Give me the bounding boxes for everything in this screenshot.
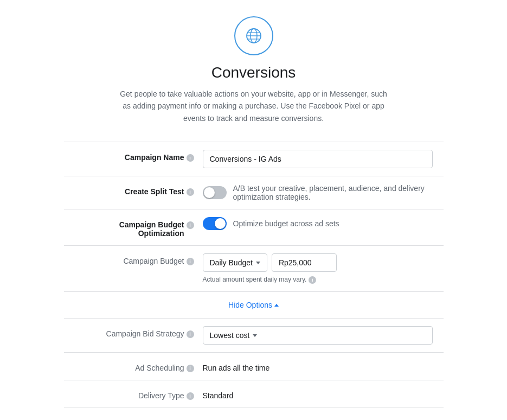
hide-options-label: Hide Options <box>228 301 272 309</box>
campaign-name-label-col: Campaign Name i <box>75 150 194 162</box>
split-test-label: Create Split Test <box>125 187 184 196</box>
form-container: Campaign Name i Create Split Test i <box>64 142 444 408</box>
budget-note: Actual amount spent daily may vary. i <box>203 275 433 284</box>
budget-optimization-toggle-thumb <box>215 218 226 229</box>
delivery-type-value: Standard <box>203 388 433 400</box>
budget-controls: Daily Budget <box>203 253 433 272</box>
delivery-type-label: Delivery Type <box>138 391 184 400</box>
hide-options-chevron-icon <box>274 304 279 307</box>
budget-amount-input[interactable] <box>272 253 337 272</box>
campaign-budget-label-col: Campaign Budget i <box>75 253 194 265</box>
daily-budget-chevron-icon <box>256 262 260 264</box>
hide-options-row: Hide Options <box>64 292 444 319</box>
bid-strategy-row: Campaign Bid Strategy i Lowest cost <box>64 319 444 353</box>
split-test-label-col: Create Split Test i <box>75 184 194 196</box>
budget-optimization-toggle-track[interactable] <box>203 217 227 230</box>
bid-strategy-label: Campaign Bid Strategy <box>106 329 184 338</box>
daily-budget-dropdown[interactable]: Daily Budget <box>203 253 267 272</box>
split-test-toggle-track[interactable] <box>203 186 227 199</box>
delivery-type-info-icon[interactable]: i <box>187 392 194 400</box>
campaign-budget-label: Campaign Budget <box>123 257 184 265</box>
budget-optimization-info-icon[interactable]: i <box>187 221 194 229</box>
split-test-toggle-container: A/B test your creative, placement, audie… <box>203 184 433 201</box>
delivery-type-label-col: Delivery Type i <box>75 388 194 400</box>
campaign-name-info-icon[interactable]: i <box>187 154 194 162</box>
budget-optimization-label: Campaign Budget Optimization <box>75 220 184 238</box>
split-test-toggle-thumb <box>204 187 215 198</box>
split-test-info-icon[interactable]: i <box>187 188 194 196</box>
budget-optimization-toggle-container: Optimize budget across ad sets <box>203 217 433 230</box>
budget-optimization-label-col: Campaign Budget Optimization i <box>75 217 194 238</box>
delivery-type-content: Standard <box>203 388 433 400</box>
page-title: Conversions <box>211 64 296 81</box>
campaign-budget-row: Campaign Budget i Daily Budget Actual am… <box>64 246 444 292</box>
page-subtitle: Get people to take valuable actions on y… <box>118 88 389 124</box>
budget-note-info-icon[interactable]: i <box>309 276 316 284</box>
ad-scheduling-info-icon[interactable]: i <box>187 365 194 372</box>
main-container: Conversions Get people to take valuable … <box>64 16 444 420</box>
budget-optimization-toggle[interactable] <box>203 217 227 230</box>
bid-strategy-value: Lowest cost <box>210 331 250 340</box>
ad-scheduling-label: Ad Scheduling <box>135 364 184 372</box>
bid-strategy-dropdown[interactable]: Lowest cost <box>203 326 433 345</box>
split-test-row: Create Split Test i A/B test your creati… <box>64 176 444 209</box>
hide-options-link[interactable]: Hide Options <box>228 301 279 309</box>
campaign-name-content <box>203 150 433 168</box>
budget-optimization-description: Optimize budget across ad sets <box>233 219 339 228</box>
campaign-name-row: Campaign Name i <box>64 142 444 176</box>
campaign-budget-info-icon[interactable]: i <box>187 258 194 265</box>
budget-note-text: Actual amount spent daily may vary. <box>203 276 307 283</box>
campaign-name-input[interactable] <box>203 150 433 168</box>
ad-scheduling-row: Ad Scheduling i Run ads all the time <box>64 353 444 380</box>
bid-strategy-content: Lowest cost <box>203 326 433 345</box>
budget-optimization-content: Optimize budget across ad sets <box>203 217 433 230</box>
daily-budget-label: Daily Budget <box>210 258 253 267</box>
bid-strategy-label-col: Campaign Bid Strategy i <box>75 326 194 338</box>
campaign-name-label: Campaign Name <box>125 153 184 162</box>
ad-scheduling-value: Run ads all the time <box>203 360 433 372</box>
bid-strategy-chevron-icon <box>253 334 257 337</box>
ad-scheduling-label-col: Ad Scheduling i <box>75 360 194 372</box>
campaign-budget-content: Daily Budget Actual amount spent daily m… <box>203 253 433 284</box>
split-test-toggle[interactable] <box>203 186 227 199</box>
split-test-description: A/B test your creative, placement, audie… <box>233 184 433 201</box>
split-test-content: A/B test your creative, placement, audie… <box>203 184 433 201</box>
delivery-type-row: Delivery Type i Standard <box>64 380 444 408</box>
globe-icon-circle <box>234 16 273 55</box>
ad-scheduling-content: Run ads all the time <box>203 360 433 372</box>
budget-optimization-row: Campaign Budget Optimization i Optimize … <box>64 209 444 246</box>
bid-strategy-info-icon[interactable]: i <box>187 330 194 338</box>
globe-icon <box>244 26 264 46</box>
